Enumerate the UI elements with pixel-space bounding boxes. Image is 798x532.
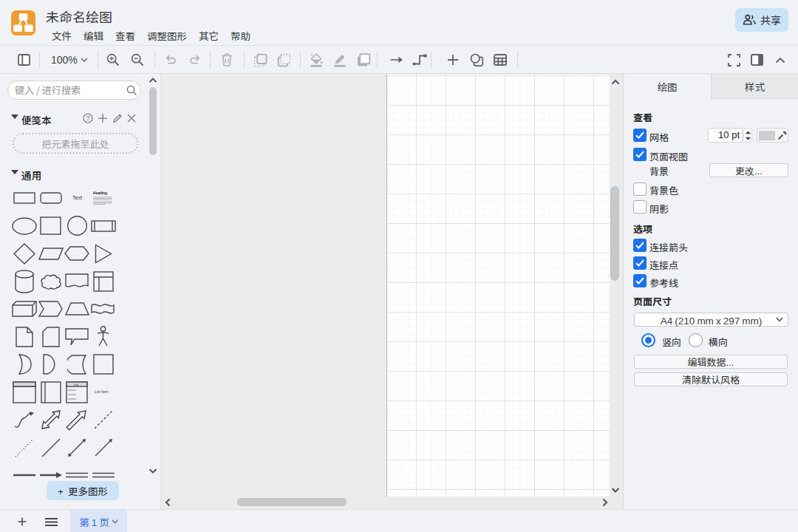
- svg-text:Heading: Heading: [93, 191, 107, 195]
- svg-text:List: List: [74, 383, 79, 386]
